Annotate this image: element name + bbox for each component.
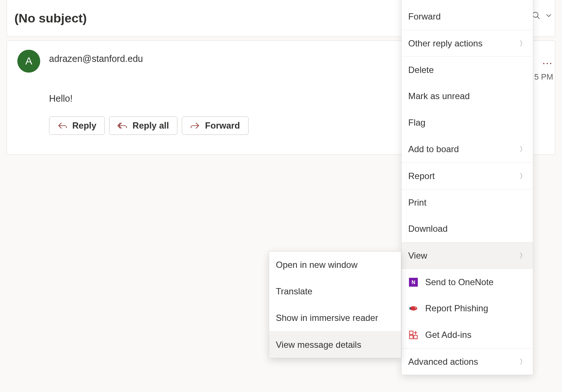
phishing-icon bbox=[408, 303, 419, 314]
menu-report[interactable]: Report 〉 bbox=[402, 162, 533, 189]
chevron-down-icon[interactable] bbox=[544, 11, 553, 21]
menu-get-addins[interactable]: Get Add-ins bbox=[402, 322, 533, 348]
avatar[interactable]: A bbox=[17, 50, 40, 73]
chevron-right-icon: 〉 bbox=[520, 145, 526, 154]
submenu-view-message-details[interactable]: View message details bbox=[269, 331, 401, 358]
svg-point-2 bbox=[415, 307, 416, 308]
menu-forward[interactable]: Forward bbox=[402, 3, 533, 30]
submenu-translate[interactable]: Translate bbox=[269, 278, 401, 305]
onenote-icon: N bbox=[408, 277, 419, 287]
menu-flag[interactable]: Flag bbox=[402, 109, 533, 136]
menu-report-phishing[interactable]: Report Phishing bbox=[402, 295, 533, 322]
forward-label: Forward bbox=[205, 120, 240, 131]
menu-mark-unread[interactable]: Mark as unread bbox=[402, 83, 533, 109]
context-menu: Reply all Forward Other reply actions 〉 … bbox=[401, 0, 533, 375]
menu-download[interactable]: Download bbox=[402, 216, 533, 242]
top-right-controls bbox=[532, 11, 553, 21]
menu-other-reply-actions[interactable]: Other reply actions 〉 bbox=[402, 30, 533, 56]
svg-point-0 bbox=[533, 12, 538, 17]
timestamp: 5 PM bbox=[534, 72, 553, 82]
menu-send-to-onenote[interactable]: N Send to OneNote bbox=[402, 269, 533, 295]
chevron-right-icon: 〉 bbox=[520, 172, 526, 181]
menu-advanced-actions[interactable]: Advanced actions 〉 bbox=[402, 348, 533, 375]
menu-delete[interactable]: Delete bbox=[402, 56, 533, 83]
subject-text: (No subject) bbox=[14, 11, 87, 25]
menu-print[interactable]: Print bbox=[402, 189, 533, 216]
reply-label: Reply bbox=[72, 120, 96, 131]
reply-icon bbox=[58, 121, 67, 130]
svg-rect-4 bbox=[410, 335, 413, 339]
reply-all-label: Reply all bbox=[132, 120, 169, 131]
menu-reply-all[interactable]: Reply all bbox=[402, 0, 533, 3]
menu-add-to-board[interactable]: Add to board 〉 bbox=[402, 136, 533, 162]
submenu-open-new-window[interactable]: Open in new window bbox=[269, 252, 401, 278]
reply-all-button[interactable]: Reply all bbox=[109, 116, 177, 135]
svg-rect-5 bbox=[414, 335, 417, 339]
addins-icon bbox=[408, 330, 419, 340]
chevron-right-icon: 〉 bbox=[520, 357, 526, 366]
forward-button[interactable]: Forward bbox=[182, 116, 249, 135]
sender-email[interactable]: adrazen@stanford.edu bbox=[49, 53, 143, 64]
reply-button[interactable]: Reply bbox=[49, 116, 105, 135]
avatar-initial: A bbox=[25, 55, 32, 67]
view-submenu: Open in new window Translate Show in imm… bbox=[269, 251, 401, 358]
reply-all-icon bbox=[118, 121, 127, 130]
more-actions-button[interactable]: ⋯ bbox=[542, 57, 553, 69]
svg-rect-3 bbox=[410, 331, 413, 335]
chevron-right-icon: 〉 bbox=[520, 39, 526, 48]
submenu-immersive-reader[interactable]: Show in immersive reader bbox=[269, 305, 401, 331]
forward-icon bbox=[190, 121, 200, 130]
menu-view[interactable]: View 〉 bbox=[402, 242, 533, 269]
chevron-right-icon: 〉 bbox=[520, 251, 526, 260]
